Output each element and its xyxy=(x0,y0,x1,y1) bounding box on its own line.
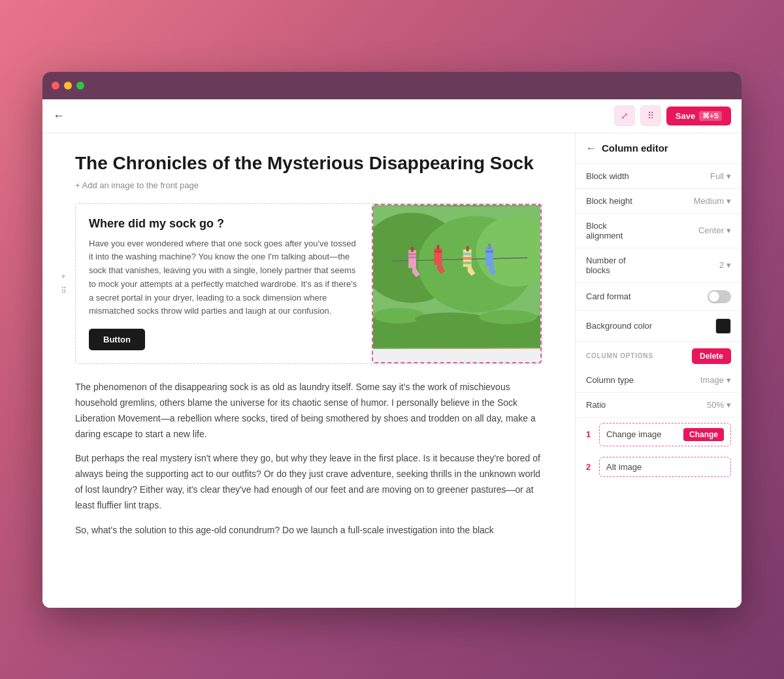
block-button[interactable]: Button xyxy=(89,329,145,350)
sidebar-row-column-type: Column type Image ▾ xyxy=(576,368,742,393)
chevron-down-icon-2: ▾ xyxy=(727,196,731,206)
block-width-select[interactable]: Full ▾ xyxy=(710,171,731,181)
sidebar-row-block-width: Block width Full ▾ xyxy=(576,164,742,189)
alt-image-row: Alt image xyxy=(599,457,731,477)
image-placeholder xyxy=(373,205,540,349)
svg-rect-10 xyxy=(463,252,472,255)
delete-button[interactable]: Delete xyxy=(692,348,731,364)
prose-block-1: The phenomenon of the disappearing sock … xyxy=(75,380,542,538)
svg-rect-9 xyxy=(436,244,439,250)
svg-rect-6 xyxy=(408,256,416,258)
column-options-header: COLUMN OPTIONS Delete xyxy=(576,342,742,368)
save-button[interactable]: Save ⌘+S xyxy=(666,107,731,125)
column-type-select[interactable]: Image ▾ xyxy=(700,375,731,385)
text-block: Where did my sock go ? Have you ever won… xyxy=(76,204,372,364)
chevron-down-icon-5: ▾ xyxy=(727,375,731,385)
column-type-label: Column type xyxy=(586,375,634,385)
svg-rect-13 xyxy=(466,246,469,251)
chevron-down-icon-3: ▾ xyxy=(727,225,731,235)
expand-icon: ⤢ xyxy=(621,110,629,121)
titlebar xyxy=(42,72,742,99)
col-number-2: 2 xyxy=(586,462,595,472)
toolbar-right: ⤢ ⠿ Save ⌘+S xyxy=(614,105,731,126)
svg-rect-15 xyxy=(488,243,491,248)
browser-window: ← ⤢ ⠿ Save ⌘+S The Chronicles of the Mys… xyxy=(42,72,742,608)
num-blocks-value: 2 xyxy=(719,260,724,270)
add-block-button[interactable]: + xyxy=(57,271,69,282)
bg-color-swatch[interactable] xyxy=(715,318,731,334)
sidebar-header: ← Column editor xyxy=(576,133,742,164)
main-area: The Chronicles of the Mysterious Disappe… xyxy=(42,133,742,608)
drag-handle[interactable]: ⠿ xyxy=(57,285,69,297)
image-block: FULL WIDTH + + xyxy=(372,204,542,364)
svg-rect-7 xyxy=(411,246,414,252)
content-block-row: + ⠿ Where did my sock go ? Have you ever… xyxy=(75,203,542,365)
grid-button[interactable]: ⠿ xyxy=(640,105,661,126)
toggle-knob xyxy=(709,291,719,302)
chevron-down-icon: ▾ xyxy=(727,171,731,181)
block-alignment-select[interactable]: Center ▾ xyxy=(698,225,731,235)
back-button[interactable]: ← xyxy=(53,109,65,123)
svg-rect-8 xyxy=(434,250,442,252)
svg-point-18 xyxy=(415,312,485,325)
num-blocks-select[interactable]: 2 ▾ xyxy=(719,260,731,270)
svg-point-17 xyxy=(373,308,425,323)
block-heading: Where did my sock go ? xyxy=(89,217,359,231)
toolbar: ← ⤢ ⠿ Save ⌘+S xyxy=(42,99,742,133)
content-area: The Chronicles of the Mysterious Disappe… xyxy=(42,133,575,608)
traffic-light-yellow[interactable] xyxy=(64,82,72,90)
column-type-value: Image xyxy=(700,375,724,385)
block-body: Have you ever wondered where that one so… xyxy=(89,237,359,319)
grid-icon: ⠿ xyxy=(647,110,654,121)
svg-rect-12 xyxy=(463,261,472,264)
expand-button[interactable]: ⤢ xyxy=(614,105,635,126)
column-row-1: 1 Change image Change xyxy=(576,418,742,452)
block-width-value: Full xyxy=(710,171,724,181)
sidebar: ← Column editor Block width Full ▾ Block… xyxy=(575,133,742,608)
block-width-label: Block width xyxy=(586,171,629,181)
block-height-select[interactable]: Medium ▾ xyxy=(694,196,731,206)
sidebar-row-bg-color: Background color xyxy=(576,311,742,342)
change-image-button[interactable]: Change xyxy=(683,428,724,441)
block-height-label: Block height xyxy=(586,196,632,206)
sidebar-row-block-alignment: Blockalignment Center ▾ xyxy=(576,214,742,248)
sidebar-title: Column editor xyxy=(602,142,668,154)
ratio-label: Ratio xyxy=(586,400,606,410)
socks-illustration xyxy=(373,205,540,349)
page-title: The Chronicles of the Mysterious Disappe… xyxy=(75,153,542,174)
chevron-down-icon-6: ▾ xyxy=(727,400,731,410)
block-controls: + ⠿ xyxy=(57,271,69,297)
add-image-link[interactable]: + Add an image to the front page xyxy=(75,180,542,190)
num-blocks-label: Number ofblocks xyxy=(586,256,626,275)
bg-color-label: Background color xyxy=(586,321,652,331)
svg-rect-5 xyxy=(408,253,416,255)
svg-rect-14 xyxy=(485,250,493,252)
change-image-row: Change image Change xyxy=(599,423,731,446)
column-row-2: 2 Alt image xyxy=(576,452,742,482)
sidebar-row-block-height: Block height Medium ▾ xyxy=(576,189,742,214)
card-format-label: Card format xyxy=(586,291,631,301)
traffic-light-red[interactable] xyxy=(52,82,59,90)
alt-image-label: Alt image xyxy=(606,462,642,472)
col-number-1: 1 xyxy=(586,429,595,439)
ratio-select[interactable]: 50% ▾ xyxy=(707,400,731,410)
save-label: Save xyxy=(676,111,695,121)
block-alignment-label: Blockalignment xyxy=(586,221,623,240)
card-format-toggle[interactable] xyxy=(708,290,731,303)
block-height-value: Medium xyxy=(694,196,724,206)
block-alignment-value: Center xyxy=(698,225,724,235)
chevron-down-icon-4: ▾ xyxy=(727,260,731,270)
svg-point-19 xyxy=(479,310,537,324)
traffic-lights xyxy=(52,82,84,90)
sidebar-row-num-blocks: Number ofblocks 2 ▾ xyxy=(576,248,742,283)
sidebar-row-ratio: Ratio 50% ▾ xyxy=(576,393,742,418)
save-shortcut: ⌘+S xyxy=(699,111,722,121)
sidebar-back-icon[interactable]: ← xyxy=(586,142,596,154)
svg-rect-11 xyxy=(463,257,472,259)
change-image-label: Change image xyxy=(606,429,662,439)
traffic-light-green[interactable] xyxy=(76,82,84,90)
column-options-label: COLUMN OPTIONS xyxy=(586,352,653,359)
sidebar-section-block: Block width Full ▾ Block height Medium ▾ xyxy=(576,164,742,342)
sidebar-row-card-format: Card format xyxy=(576,283,742,311)
toolbar-left: ← xyxy=(53,109,65,123)
